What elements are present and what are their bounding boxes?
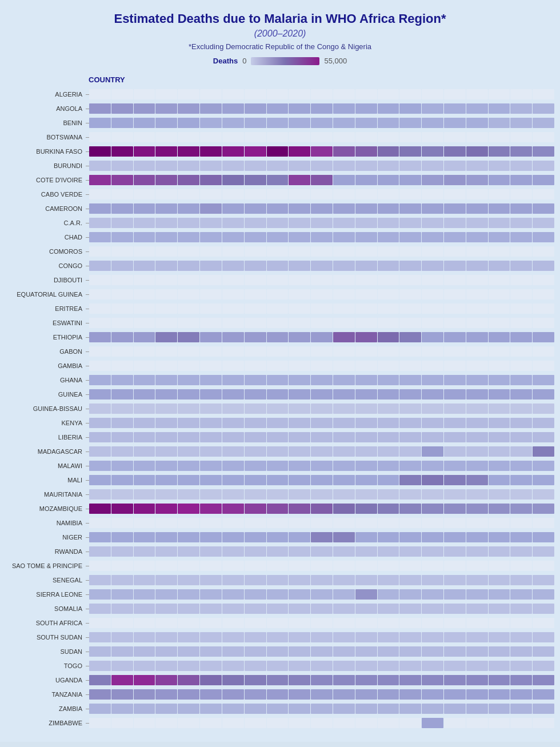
bar-cell [222, 604, 244, 614]
bar-cell [178, 303, 199, 314]
bar-cell [222, 575, 244, 585]
country-label: NAMIBIA [6, 520, 86, 526]
bar-cell [267, 618, 289, 628]
bar-cell [222, 389, 244, 400]
bar-cell [222, 446, 244, 457]
bar-cell [311, 389, 333, 400]
bar-cell [444, 604, 466, 614]
bar-cell [333, 203, 355, 214]
bar-cell [422, 446, 443, 457]
bar-cell [466, 189, 488, 199]
bar-cell [155, 504, 177, 514]
bar-cell [333, 589, 355, 600]
bar-cell [267, 604, 289, 614]
bars-container [89, 246, 554, 257]
bar-cell [333, 718, 355, 728]
bar-cell [399, 246, 421, 257]
bar-cell [89, 218, 111, 228]
country-label: SOMALIA [6, 605, 86, 612]
bar-cell [267, 246, 289, 257]
bar-cell [444, 418, 466, 428]
bar-cell [155, 318, 177, 328]
bar-cell [178, 704, 199, 714]
bar-cell [355, 504, 377, 514]
table-row: TOGO [6, 659, 554, 673]
bars-container [89, 275, 554, 285]
bar-cell [355, 418, 377, 428]
bar-cell [311, 718, 333, 728]
bar-cell [111, 275, 133, 285]
bar-cell [444, 232, 466, 242]
country-label: MALI [6, 477, 86, 484]
bar-cell [333, 689, 355, 700]
table-row: LIBERIA [6, 430, 554, 444]
bar-cell [89, 475, 111, 485]
bar-cell [489, 132, 510, 142]
bar-cell [289, 218, 310, 228]
bar-cell [111, 332, 133, 342]
bar-cell [355, 146, 377, 157]
bar-cell [466, 589, 488, 600]
bar-cell [444, 404, 466, 414]
bar-cell [399, 303, 421, 314]
bar-cell [489, 361, 510, 371]
bar-cell [422, 175, 443, 185]
bar-cell [289, 489, 310, 500]
bar-cell [510, 318, 532, 328]
bar-cell [155, 361, 177, 371]
bar-cell [89, 461, 111, 471]
bar-cell [533, 718, 554, 728]
bar-cell [466, 303, 488, 314]
bar-cell [245, 132, 266, 142]
bar-cell [222, 632, 244, 642]
bar-cell [355, 132, 377, 142]
bar-cell [533, 489, 554, 500]
bar-cell [466, 518, 488, 528]
bar-cell [422, 575, 443, 585]
bar-cell [267, 146, 289, 157]
country-label: RWANDA [6, 548, 86, 555]
bar-cell [178, 175, 199, 185]
bar-cell [267, 275, 289, 285]
bar-cell [378, 504, 399, 514]
bar-cell [89, 518, 111, 528]
bar-cell [311, 504, 333, 514]
country-label: BENIN [6, 119, 86, 126]
bar-cell [444, 289, 466, 299]
bar-cell [134, 575, 155, 585]
table-row: CONGO [6, 259, 554, 273]
bar-cell [466, 404, 488, 414]
bars-container [89, 346, 554, 357]
bar-cell [466, 118, 488, 128]
bar-cell [89, 103, 111, 114]
bar-cell [422, 275, 443, 285]
bar-cell [533, 618, 554, 628]
bar-cell [89, 389, 111, 400]
bar-cell [111, 389, 133, 400]
bar-cell [510, 632, 532, 642]
bar-cell [422, 546, 443, 557]
bar-cell [311, 361, 333, 371]
bar-cell [200, 561, 222, 571]
bar-cell [444, 389, 466, 400]
bar-cell [200, 518, 222, 528]
bar-cell [489, 246, 510, 257]
bar-cell [245, 275, 266, 285]
bars-container [89, 289, 554, 299]
bar-cell [222, 675, 244, 685]
bar-cell [444, 246, 466, 257]
bar-cell [134, 289, 155, 299]
table-row: ALGERIA [6, 87, 554, 101]
bars-container [89, 532, 554, 542]
bar-cell [89, 161, 111, 171]
bar-cell [466, 532, 488, 542]
bar-cell [111, 646, 133, 657]
bar-cell [510, 532, 532, 542]
bar-cell [399, 89, 421, 99]
bar-cell [399, 346, 421, 357]
bar-cell [111, 632, 133, 642]
country-label: KENYA [6, 420, 86, 426]
bar-cell [89, 446, 111, 457]
bar-cell [333, 275, 355, 285]
table-row: KENYA [6, 416, 554, 430]
